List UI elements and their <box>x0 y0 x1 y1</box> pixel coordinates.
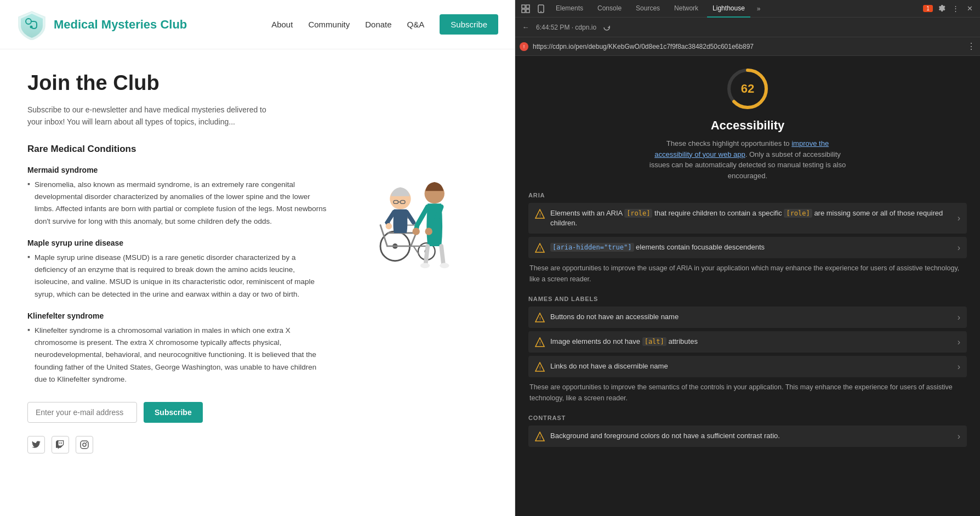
nav: Medical Mysteries Club About Community D… <box>0 0 515 49</box>
subscribe-form: Subscribe <box>27 402 329 423</box>
instagram-icon[interactable] <box>76 436 93 453</box>
tab-more-icon[interactable]: » <box>754 5 764 13</box>
svg-rect-21 <box>522 9 525 13</box>
tab-lighthouse[interactable]: Lighthouse <box>707 0 750 18</box>
devtools-more-icon[interactable]: ⋮ <box>949 3 961 15</box>
devtools-right-icons: 1 ⋮ ✕ <box>923 3 976 15</box>
tab-sources[interactable]: Sources <box>630 0 665 18</box>
svg-point-4 <box>86 442 87 443</box>
names-item-2[interactable]: ! Image elements do not have [alt] attri… <box>528 331 967 353</box>
chevron-icon-1: › <box>958 213 960 223</box>
aria-item-2-left: ! [aria-hidden="true"] elements contain … <box>535 242 953 253</box>
wheelchair-illustration <box>345 144 466 270</box>
chevron-icon-3: › <box>958 313 960 322</box>
names-item-1[interactable]: ! Buttons do not have an accessible name… <box>528 307 967 328</box>
bullet-1: ▪ <box>27 179 30 228</box>
twitch-icon[interactable] <box>52 436 69 453</box>
notification-badge: 1 <box>923 5 933 12</box>
names-item-3-text: Links do not have a discernible name <box>550 361 668 371</box>
names-item-2-text: Image elements do not have [alt] attribu… <box>550 337 698 347</box>
svg-point-18 <box>425 228 432 235</box>
section-heading: Rare Medical Conditions <box>27 144 329 155</box>
warning-icon-4: ! <box>535 337 545 347</box>
aria-item-1[interactable]: ! Elements with an ARIA [role] that requ… <box>528 203 967 234</box>
contrast-section-title: CONTRAST <box>528 415 967 421</box>
devtools-settings-icon[interactable] <box>935 3 947 15</box>
svg-rect-2 <box>81 441 88 449</box>
warning-icon-2: ! <box>535 243 545 253</box>
nav-links: About Community Donate Q&A Subscribe <box>271 20 498 30</box>
url-text: https://cdpn.io/pen/debug/KKebGwO/0d8ee1… <box>533 43 962 50</box>
warning-icon-6: ! <box>535 432 545 441</box>
svg-point-1 <box>30 25 33 28</box>
page-heading: Join the Club <box>27 71 477 95</box>
site-title: Medical Mysteries Club <box>54 18 187 32</box>
devtools-inspect-icon[interactable] <box>520 3 532 15</box>
aria-hidden-code: [aria-hidden="true"] <box>550 243 634 252</box>
bullet-3: ▪ <box>27 325 30 385</box>
aria-item-2-text: [aria-hidden="true"] elements contain fo… <box>550 242 765 252</box>
contrast-item-1[interactable]: ! Background and foreground colors do no… <box>528 426 967 447</box>
text-column: Rare Medical Conditions Mermaid syndrome… <box>27 144 329 453</box>
social-icons <box>27 436 329 453</box>
aria-item-1-left: ! Elements with an ARIA [role] that requ… <box>535 208 953 228</box>
svg-point-16 <box>440 263 449 268</box>
lh-subtitle: These checks highlight opportunities to … <box>649 138 846 181</box>
content-layout: Rare Medical Conditions Mermaid syndrome… <box>27 144 477 453</box>
logo-area: Medical Mysteries Club <box>16 9 187 40</box>
website-panel: Medical Mysteries Club About Community D… <box>0 0 515 516</box>
nav-about[interactable]: About <box>271 20 293 29</box>
devtools-close-icon[interactable]: ✕ <box>964 3 976 15</box>
subscribe-button[interactable]: Subscribe <box>144 402 203 423</box>
lh-link[interactable]: improve the accessibility of your web ap… <box>654 139 829 158</box>
score-number: 62 <box>741 82 754 96</box>
contrast-item-1-text: Background and foreground colors do not … <box>550 431 780 441</box>
tab-console[interactable]: Console <box>592 0 627 18</box>
twitter-icon[interactable] <box>27 436 45 453</box>
warning-icon-1: ! <box>535 209 545 219</box>
url-more-icon[interactable]: ⋮ <box>967 41 976 52</box>
score-circle: 62 <box>726 67 770 111</box>
lighthouse-content: 62 Accessibility These checks highlight … <box>515 56 980 516</box>
chevron-icon-5: › <box>958 362 960 372</box>
refresh-icon[interactable] <box>601 21 613 33</box>
svg-text:!: ! <box>539 212 541 218</box>
back-icon[interactable]: ← <box>520 21 532 33</box>
names-description: These are opportunities to improve the s… <box>528 382 967 404</box>
nav-donate[interactable]: Donate <box>365 20 391 29</box>
nav-subscribe-button[interactable]: Subscribe <box>440 14 498 35</box>
devtools-mobile-icon[interactable] <box>535 3 547 15</box>
page-subtext: Subscribe to our e-newsletter and have m… <box>27 104 280 128</box>
time-label: 6:44:52 PM · cdpn.io <box>536 24 596 31</box>
svg-text:!: ! <box>539 435 541 440</box>
svg-rect-22 <box>526 9 529 13</box>
tab-network[interactable]: Network <box>669 0 704 18</box>
svg-text:!: ! <box>539 341 541 346</box>
names-item-3[interactable]: ! Links do not have a discernible name › <box>528 356 967 377</box>
condition-text-1: Sirenomelia, also known as mermaid syndr… <box>35 179 329 228</box>
nav-qa[interactable]: Q&A <box>407 20 425 29</box>
lh-title: Accessibility <box>711 118 785 133</box>
chevron-icon-2: › <box>958 243 960 253</box>
devtools-urlbar: ! https://cdpn.io/pen/debug/KKebGwO/0d8e… <box>515 37 980 56</box>
aria-role-code-1: [role] <box>624 209 652 218</box>
condition-item-3: ▪ Klinefelter syndrome is a chromosomal … <box>27 325 329 385</box>
url-favicon: ! <box>520 42 528 51</box>
aria-item-2[interactable]: ! [aria-hidden="true"] elements contain … <box>528 237 967 258</box>
aria-section-title: ARIA <box>528 192 967 199</box>
email-input[interactable] <box>27 402 137 423</box>
svg-text:!: ! <box>539 246 541 252</box>
svg-point-24 <box>540 11 542 12</box>
warning-icon-5: ! <box>535 362 545 372</box>
condition-title-1: Mermaid syndrome <box>27 166 329 174</box>
warning-icon-3: ! <box>535 313 545 322</box>
names-labels-section-title: NAMES AND LABELS <box>528 296 967 302</box>
condition-text-2: Maple syrup urine disease (MSUD) is a ra… <box>35 252 329 300</box>
svg-point-15 <box>420 263 430 268</box>
svg-point-3 <box>83 443 86 446</box>
nav-community[interactable]: Community <box>308 20 350 29</box>
chevron-icon-4: › <box>958 337 960 347</box>
chevron-icon-6: › <box>958 432 960 441</box>
logo-icon <box>16 9 47 40</box>
tab-elements[interactable]: Elements <box>550 0 589 18</box>
